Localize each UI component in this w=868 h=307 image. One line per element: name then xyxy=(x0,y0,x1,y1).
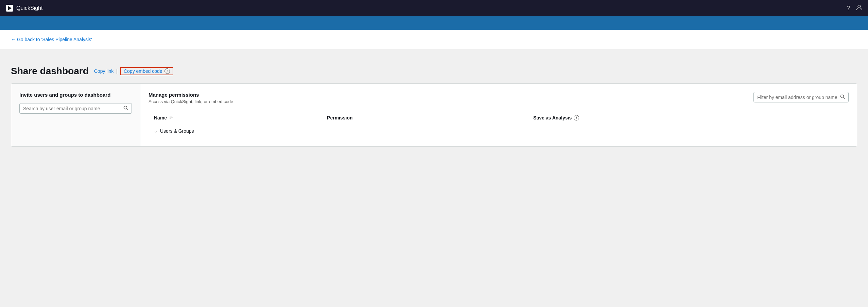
nav-right-icons: ? xyxy=(847,4,863,13)
app-name: QuickSight xyxy=(16,5,42,11)
permissions-table: Name Permission xyxy=(149,111,849,138)
panels-container: Invite users and groups to dashboard Man… xyxy=(11,83,857,147)
column-header-name: Name xyxy=(149,111,322,124)
manage-permissions-info: Manage permissions Access via QuickSight… xyxy=(149,92,233,104)
column-header-permission: Permission xyxy=(322,111,528,124)
column-header-save-as-analysis: Save as Analysis i xyxy=(528,111,849,124)
separator: | xyxy=(116,68,118,74)
quicksight-logo-icon xyxy=(5,4,14,12)
svg-line-6 xyxy=(844,98,845,99)
share-header: Share dashboard Copy link | Copy embed c… xyxy=(11,66,857,77)
user-icon[interactable] xyxy=(856,4,863,13)
table-header: Name Permission xyxy=(149,111,849,124)
svg-point-2 xyxy=(858,5,861,8)
copy-embed-info-icon: i xyxy=(164,68,170,74)
right-panel: Manage permissions Access via QuickSight… xyxy=(140,84,857,146)
invite-search-input[interactable] xyxy=(23,106,121,111)
invite-search-icon xyxy=(123,106,128,111)
table-header-row: Name Permission xyxy=(149,111,849,124)
filter-search-input[interactable] xyxy=(757,95,837,100)
back-link[interactable]: ← Go back to 'Sales Pipeline Analysis' xyxy=(11,37,92,42)
manage-permissions-title: Manage permissions xyxy=(149,92,233,98)
svg-point-5 xyxy=(841,95,844,98)
right-panel-header: Manage permissions Access via QuickSight… xyxy=(149,92,849,104)
sort-icon[interactable] xyxy=(169,115,174,120)
users-groups-row: ⌄ Users & Groups xyxy=(149,124,849,139)
breadcrumb-area: ← Go back to 'Sales Pipeline Analysis' xyxy=(0,30,868,49)
app-logo: QuickSight xyxy=(5,4,42,12)
header-actions: Copy link | Copy embed code i xyxy=(94,67,173,75)
share-title: Share dashboard xyxy=(11,66,89,77)
manage-permissions-subtitle: Access via QuickSight, link, or embed co… xyxy=(149,99,233,104)
top-navigation: QuickSight ? xyxy=(0,0,868,16)
copy-embed-label: Copy embed code xyxy=(124,68,162,74)
svg-point-3 xyxy=(124,106,127,109)
users-groups-label: Users & Groups xyxy=(160,128,194,134)
chevron-down-icon[interactable]: ⌄ xyxy=(154,129,157,133)
invite-search-box[interactable] xyxy=(19,103,132,114)
table-row: ⌄ Users & Groups xyxy=(149,124,849,139)
table-body: ⌄ Users & Groups xyxy=(149,124,849,139)
invite-panel-title: Invite users and groups to dashboard xyxy=(19,92,132,98)
save-as-analysis-info-icon: i xyxy=(574,115,579,120)
help-icon[interactable]: ? xyxy=(847,5,850,12)
filter-search-icon xyxy=(840,94,845,100)
svg-line-4 xyxy=(127,109,128,110)
save-as-analysis-label: Save as Analysis xyxy=(533,115,572,120)
teal-accent-bar xyxy=(0,16,868,30)
main-content: Share dashboard Copy link | Copy embed c… xyxy=(0,49,868,306)
copy-link-button[interactable]: Copy link xyxy=(94,68,114,74)
filter-search-box[interactable] xyxy=(753,92,849,102)
left-panel: Invite users and groups to dashboard xyxy=(11,84,140,146)
copy-embed-code-button[interactable]: Copy embed code i xyxy=(120,67,173,75)
name-column-label: Name xyxy=(154,115,167,120)
